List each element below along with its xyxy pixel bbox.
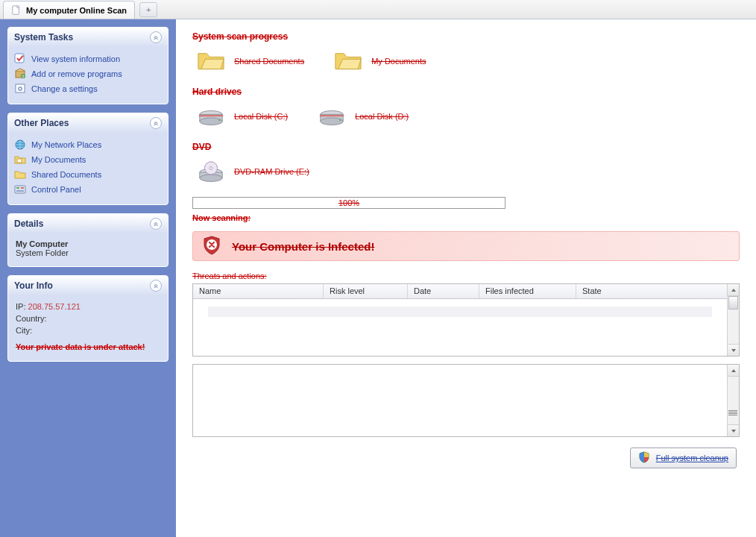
sidebar-item-view-system-info[interactable]: View system information (14, 51, 162, 66)
scan-item-dvd-ram[interactable]: DVD-RAM Drive (E:) (197, 160, 309, 183)
panel-title: System Tasks (14, 32, 73, 43)
sidebar-item-control-panel[interactable]: Control Panel (14, 182, 162, 197)
threats-label: Threats and actions: (192, 271, 740, 280)
full-system-cleanup-button[interactable]: Full system cleanup (630, 448, 737, 468)
scroll-up-icon[interactable] (728, 284, 739, 296)
sidebar-item-network-places[interactable]: My Network Places (14, 137, 162, 152)
actions-panel (192, 364, 740, 437)
info-city: City: (16, 325, 160, 337)
svg-point-28 (210, 166, 212, 169)
alert-banner: Your Computer is Infected! (192, 231, 740, 261)
tab-active[interactable]: My computer Online Scan (3, 1, 135, 19)
ip-value: 208.75.57.121 (28, 302, 81, 311)
shield-x-icon (202, 236, 221, 257)
item-label: My Network Places (31, 140, 101, 149)
panel-header-details[interactable]: Details (8, 214, 168, 233)
folder-icon (334, 49, 362, 73)
svg-point-7 (19, 88, 21, 90)
info-warning: Your private data is under attack! (16, 342, 160, 354)
page-icon (11, 5, 22, 16)
item-label: Add or remove programs (31, 69, 122, 78)
svg-rect-18 (199, 115, 223, 116)
item-label: Control Panel (31, 185, 81, 194)
svg-point-17 (218, 119, 220, 121)
svg-point-21 (321, 118, 343, 125)
footer: Full system cleanup (192, 448, 740, 468)
scan-item-shared-documents[interactable]: Shared Documents (197, 49, 304, 73)
sidebar-item-my-documents[interactable]: My Documents (14, 152, 162, 167)
scroll-down-icon[interactable] (728, 344, 739, 356)
scan-item-label: Shared Documents (234, 57, 304, 66)
col-header-files[interactable]: Files infected (479, 284, 576, 298)
svg-rect-23 (320, 115, 344, 116)
svg-rect-13 (16, 190, 24, 192)
new-tab-button[interactable]: + (139, 2, 157, 17)
scroll-track[interactable] (728, 296, 739, 344)
heading-hard-drives: Hard drives (192, 87, 740, 97)
chevron-up-icon[interactable] (150, 218, 162, 230)
scroll-thumb[interactable] (728, 296, 738, 310)
col-header-name[interactable]: Name (193, 284, 324, 298)
panel-other-places: Other Places My Network Places My Docume (7, 113, 168, 205)
sidebar-item-change-settings[interactable]: Change a settings (14, 81, 162, 96)
tab-label: My computer Online Scan (26, 6, 127, 15)
item-label: View system information (31, 54, 120, 63)
scrollbar-vertical[interactable] (727, 365, 739, 436)
info-check-icon (14, 53, 26, 65)
heading-scan-progress: System scan progress (192, 31, 740, 42)
col-header-state[interactable]: State (576, 284, 739, 298)
panel-header-your-info[interactable]: Your Info (8, 276, 168, 295)
scan-item-label: Local Disk (D:) (355, 112, 409, 121)
chevron-up-icon[interactable] (150, 31, 162, 43)
table-header-row: Name Risk level Date Files infected Stat… (193, 284, 739, 299)
info-ip-row: IP: 208.75.57.121 (16, 301, 160, 313)
panel-details: Details My Computer System Folder (7, 213, 168, 267)
hard-drive-icon (318, 104, 346, 128)
chevron-up-icon[interactable] (150, 280, 162, 292)
scroll-up-icon[interactable] (728, 365, 739, 377)
details-name: My Computer (16, 239, 160, 248)
scan-row-drives: Local Disk (C:) Local Disk (D:) (197, 104, 740, 128)
item-label: Shared Documents (31, 170, 101, 179)
table-row (208, 307, 712, 317)
scan-item-local-d[interactable]: Local Disk (D:) (318, 104, 409, 128)
chevron-up-icon[interactable] (150, 117, 162, 129)
cleanup-label: Full system cleanup (656, 453, 728, 462)
scan-item-label: DVD-RAM Drive (E:) (234, 167, 309, 176)
panel-title: Other Places (14, 118, 69, 128)
table-body (193, 299, 739, 356)
item-label: My Documents (31, 155, 86, 164)
svg-rect-12 (21, 187, 24, 189)
col-header-date[interactable]: Date (408, 284, 479, 298)
svg-point-16 (200, 118, 222, 125)
progress-text: 100% (338, 198, 359, 207)
svg-point-22 (339, 119, 341, 121)
svg-point-26 (200, 175, 222, 181)
svg-rect-11 (16, 187, 19, 189)
panel-header-other-places[interactable]: Other Places (8, 113, 168, 133)
shield-icon (638, 451, 650, 465)
panel-your-info: Your Info IP: 208.75.57.121 Country: Cit… (7, 275, 168, 362)
settings-icon (14, 83, 26, 95)
scroll-down-icon[interactable] (728, 424, 739, 436)
sidebar-item-add-remove-programs[interactable]: ± Add or remove programs (14, 66, 162, 81)
sidebar-item-shared-documents[interactable]: Shared Documents (14, 167, 162, 182)
scan-item-label: Local Disk (C:) (234, 112, 288, 121)
folder-open-icon (14, 169, 26, 180)
svg-rect-10 (15, 186, 25, 193)
scroll-track[interactable] (728, 377, 739, 424)
scrollbar-vertical[interactable] (727, 284, 739, 356)
plus-icon: + (146, 5, 151, 14)
now-scanning-label: Now scanning: (192, 213, 740, 222)
scan-item-my-documents[interactable]: My Documents (334, 49, 426, 73)
panel-header-system-tasks[interactable]: System Tasks (8, 28, 168, 47)
control-panel-icon (14, 183, 26, 195)
ip-label: IP: (16, 302, 25, 311)
item-label: Change a settings (31, 84, 98, 93)
svg-rect-9 (17, 159, 22, 163)
scan-item-local-c[interactable]: Local Disk (C:) (197, 104, 288, 128)
scan-row-dvd: DVD-RAM Drive (E:) (197, 160, 740, 183)
col-header-risk[interactable]: Risk level (324, 284, 408, 298)
scan-item-label: My Documents (371, 57, 426, 66)
hard-drive-icon (197, 104, 225, 128)
